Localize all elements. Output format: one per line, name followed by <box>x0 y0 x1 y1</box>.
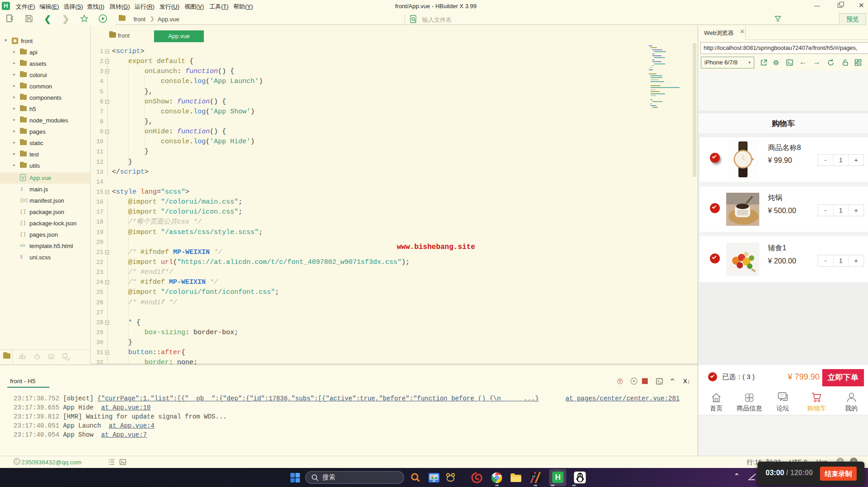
svg-text:IJ: IJ <box>532 474 535 478</box>
